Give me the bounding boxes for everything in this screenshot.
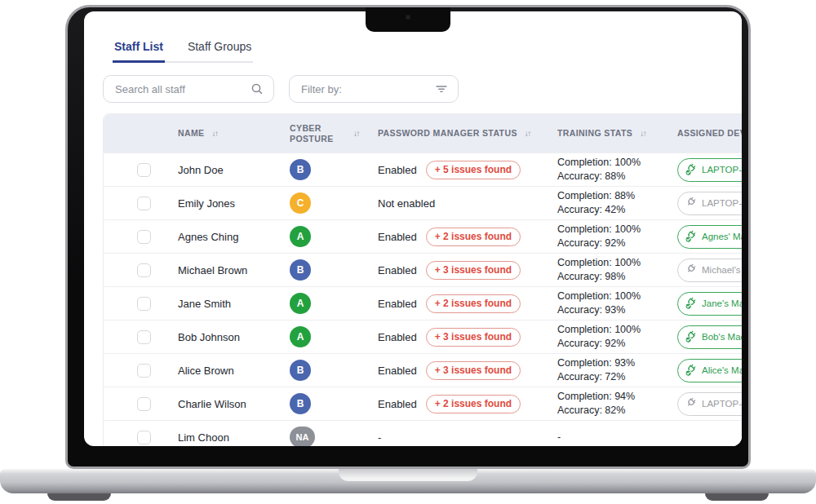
password-manager-status: Enabled xyxy=(378,164,417,176)
cell-name: Michael Brown xyxy=(159,264,271,276)
tab-staff-list[interactable]: Staff List xyxy=(113,36,165,63)
laptop-base xyxy=(0,469,816,493)
training-completion: Completion: 88% xyxy=(557,189,635,203)
cell-password-manager: Enabled+ 3 issues found xyxy=(359,328,539,347)
row-checkbox[interactable] xyxy=(137,297,151,311)
search-input[interactable]: Search all staff xyxy=(103,75,274,103)
filter-dropdown[interactable]: Filter by: xyxy=(289,75,459,103)
device-pill[interactable]: Jane's Macbook xyxy=(677,292,742,316)
device-label: LAPTOP-09pL xyxy=(702,198,742,208)
filter-label: Filter by: xyxy=(301,83,342,95)
cell-training-stats: Completion: 100%Accuracy: 88% xyxy=(539,156,659,183)
device-pill[interactable]: Alice's Macbook xyxy=(677,359,742,382)
cell-cyber-posture: A xyxy=(271,226,359,247)
row-checkbox[interactable] xyxy=(137,163,151,177)
training-stats: - xyxy=(557,431,561,444)
training-completion: Completion: 93% xyxy=(557,356,635,370)
training-stats: Completion: 94%Accuracy: 82% xyxy=(557,390,635,418)
posture-badge: B xyxy=(290,259,311,281)
row-checkbox[interactable] xyxy=(137,230,151,244)
device-plug-icon xyxy=(685,297,698,310)
device-plug-icon xyxy=(685,163,698,176)
sort-icon[interactable]: ↓↑ xyxy=(525,129,530,138)
table-row: Lim ChoonNA-- xyxy=(104,420,742,446)
cell-cyber-posture: B xyxy=(271,393,359,414)
staff-name: Michael Brown xyxy=(178,264,247,276)
tab-staff-groups[interactable]: Staff Groups xyxy=(186,36,253,61)
device-label: LAPTOP-129l xyxy=(702,165,742,175)
sort-icon[interactable]: ↓↑ xyxy=(353,129,359,138)
device-plug-icon xyxy=(685,197,698,210)
device-pill[interactable]: LAPTOP-129l xyxy=(677,158,742,182)
device-pill[interactable]: Bob's Macbook xyxy=(677,325,742,349)
posture-badge: A xyxy=(290,293,311,314)
column-label-assigned-devices: ASSIGNED DEVICES xyxy=(677,128,742,139)
cell-select xyxy=(104,263,159,277)
webcam-icon xyxy=(406,15,410,20)
training-completion: Completion: 100% xyxy=(557,256,641,270)
device-pill[interactable]: LAPTOP-09pL xyxy=(677,192,742,215)
column-header-cyber-posture[interactable]: CYBER POSTURE↓↑ xyxy=(271,123,359,144)
device-plug-icon xyxy=(685,364,698,377)
row-checkbox[interactable] xyxy=(137,197,151,210)
device-plug-icon xyxy=(685,397,698,410)
tab-bar: Staff List Staff Groups xyxy=(113,36,253,63)
staff-name: Alice Brown xyxy=(178,365,234,377)
device-label: Jane's Macbook xyxy=(702,298,742,308)
search-placeholder: Search all staff xyxy=(115,83,185,95)
row-checkbox[interactable] xyxy=(137,330,151,344)
cell-cyber-posture: NA xyxy=(271,427,359,446)
column-header-assigned-devices: ASSIGNED DEVICES xyxy=(659,128,742,139)
cell-assigned-devices: LAPTOP-09pL xyxy=(659,192,742,215)
device-pill[interactable]: Michael's Macbook xyxy=(677,259,742,282)
training-accuracy: Accuracy: 82% xyxy=(557,404,635,418)
issues-found-pill[interactable]: + 3 issues found xyxy=(426,328,521,347)
laptop-thumb-scoop xyxy=(339,469,477,481)
cell-password-manager: Enabled+ 5 issues found xyxy=(359,161,539,179)
training-accuracy: Accuracy: 92% xyxy=(557,337,641,351)
column-header-name[interactable]: NAME↓↑ xyxy=(159,128,271,139)
posture-badge: NA xyxy=(290,427,315,446)
row-checkbox[interactable] xyxy=(137,263,151,277)
issues-found-pill[interactable]: + 3 issues found xyxy=(426,261,521,280)
training-accuracy: Accuracy: 72% xyxy=(557,370,635,384)
staff-name: Jane Smith xyxy=(178,298,231,310)
cell-password-manager: Enabled+ 3 issues found xyxy=(359,361,539,380)
cell-assigned-devices: LAPTOP-293p xyxy=(659,392,742,416)
staff-name: Emily Jones xyxy=(178,197,235,210)
filter-icon xyxy=(435,82,448,95)
cell-password-manager: Enabled+ 2 issues found xyxy=(359,395,539,413)
issues-found-pill[interactable]: + 2 issues found xyxy=(426,395,521,413)
column-header-training-stats[interactable]: TRAINING STATS↓↑ xyxy=(539,128,659,139)
issues-found-pill[interactable]: + 2 issues found xyxy=(426,294,521,313)
table-row: Jane SmithAEnabled+ 2 issues foundComple… xyxy=(104,286,742,320)
issues-found-pill[interactable]: + 3 issues found xyxy=(426,361,521,380)
training-stats: Completion: 100%Accuracy: 92% xyxy=(557,323,641,351)
device-pill[interactable]: LAPTOP-293p xyxy=(677,392,742,416)
cell-password-manager: Enabled+ 2 issues found xyxy=(359,294,539,313)
cell-cyber-posture: B xyxy=(271,159,359,180)
table-controls: Search all staff Filter by: xyxy=(103,75,742,103)
posture-badge: B xyxy=(290,360,311,381)
device-label: Agnes' Macbook xyxy=(702,232,742,241)
issues-found-pill[interactable]: + 5 issues found xyxy=(426,161,521,179)
table-header-row: NAME↓↑CYBER POSTURE↓↑PASSWORD MANAGER ST… xyxy=(104,114,742,153)
row-checkbox[interactable] xyxy=(137,364,151,378)
cell-name: Emily Jones xyxy=(159,197,271,210)
cell-select xyxy=(104,163,159,177)
cell-training-stats: Completion: 93%Accuracy: 72% xyxy=(539,356,659,384)
device-pill[interactable]: Agnes' Macbook xyxy=(677,225,742,249)
row-checkbox[interactable] xyxy=(137,397,151,411)
cell-training-stats: Completion: 100%Accuracy: 93% xyxy=(539,290,659,317)
cell-cyber-posture: A xyxy=(271,326,359,347)
row-checkbox[interactable] xyxy=(137,431,151,444)
column-label-password-manager-status: PASSWORD MANAGER STATUS xyxy=(378,128,517,139)
posture-badge: A xyxy=(290,226,311,247)
training-completion: Completion: 100% xyxy=(557,323,641,337)
table-row: Michael BrownBEnabled+ 3 issues foundCom… xyxy=(104,253,742,286)
issues-found-pill[interactable]: + 2 issues found xyxy=(426,228,521,246)
column-header-password-manager-status[interactable]: PASSWORD MANAGER STATUS↓↑ xyxy=(359,128,539,139)
cell-training-stats: Completion: 100%Accuracy: 92% xyxy=(539,223,659,250)
sort-icon[interactable]: ↓↑ xyxy=(212,129,218,138)
sort-icon[interactable]: ↓↑ xyxy=(640,129,645,138)
